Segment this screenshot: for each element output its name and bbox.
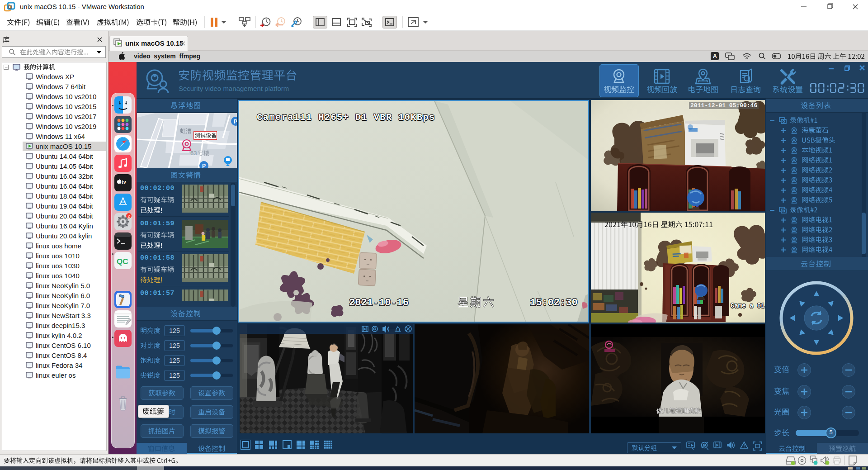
svg-text:QC: QC: [117, 257, 128, 266]
svg-text:2: 2: [128, 214, 130, 218]
svg-text:tv: tv: [122, 179, 127, 185]
svg-text:P: P: [234, 119, 237, 125]
